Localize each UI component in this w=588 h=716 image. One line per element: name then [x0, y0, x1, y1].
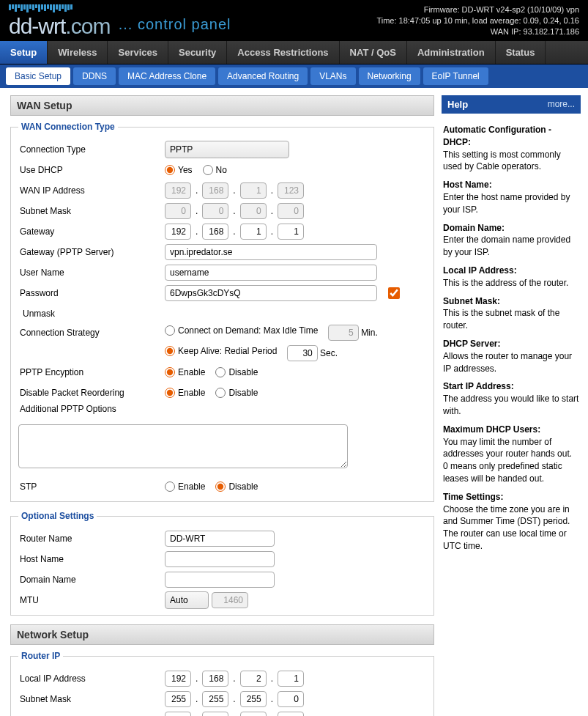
- keep-alive-radio[interactable]: [165, 346, 175, 356]
- subtab-vlans[interactable]: VLANs: [310, 67, 355, 85]
- additional-pptp-label: Additional PPTP Options: [18, 404, 165, 414]
- network-setup-header: Network Setup: [10, 624, 434, 645]
- help-item-title: Maximum DHCP Users:: [443, 424, 579, 436]
- unmask-checkbox[interactable]: [388, 287, 400, 299]
- subnet-label: Subnet Mask: [18, 206, 165, 216]
- host-name-input[interactable]: [165, 551, 275, 567]
- disable-reorder-label: Disable Packet Reordering: [18, 388, 165, 398]
- subnet-1: [165, 203, 191, 219]
- wan-connection-legend: WAN Connection Type: [18, 122, 118, 132]
- subtab-eoip[interactable]: EoIP Tunnel: [423, 67, 488, 85]
- sub-tabs: Basic Setup DDNS MAC Address Clone Advan…: [0, 64, 588, 88]
- reorder-enable-radio[interactable]: [165, 388, 175, 398]
- idle-time-input: [328, 325, 359, 341]
- connection-type-label: Connection Type: [18, 144, 165, 155]
- gateway-label: Gateway: [18, 226, 165, 237]
- router-ip-legend: Router IP: [18, 651, 63, 661]
- password-label: Password: [18, 288, 165, 298]
- subtab-ddns[interactable]: DDNS: [73, 67, 116, 85]
- wanip-line: WAN IP: 93.182.171.186: [376, 26, 579, 37]
- pptp-enc-disable-radio[interactable]: [215, 367, 226, 377]
- subnet2-2[interactable]: [202, 691, 228, 707]
- unmask-label: Unmask: [18, 309, 165, 319]
- wan-ip-label: WAN IP Address: [18, 185, 165, 196]
- control-panel-label: ... control panel: [119, 16, 231, 32]
- connection-type-select[interactable]: PPTP: [165, 141, 289, 158]
- help-item-title: Automatic Configuration - DHCP:: [443, 124, 579, 149]
- domain-name-input[interactable]: [165, 572, 275, 588]
- password-input[interactable]: [165, 285, 377, 301]
- help-item-desc: Enter the domain name provided by your I…: [443, 234, 579, 259]
- main-tabs: Setup Wireless Services Security Access …: [0, 41, 588, 64]
- subtab-advanced-routing[interactable]: Advanced Routing: [218, 67, 308, 85]
- tab-status[interactable]: Status: [496, 41, 546, 64]
- wan-ip-2: [202, 182, 228, 199]
- subtab-basic-setup[interactable]: Basic Setup: [6, 67, 70, 85]
- subnet-3: [240, 203, 267, 219]
- tab-administration[interactable]: Administration: [407, 41, 496, 64]
- gateway-4[interactable]: [278, 224, 304, 240]
- subnet2-label: Subnet Mask: [18, 694, 165, 704]
- tab-services[interactable]: Services: [108, 41, 168, 64]
- use-dhcp-no-radio[interactable]: [203, 165, 213, 175]
- host-name-label: Host Name: [18, 554, 165, 564]
- local-ip-4[interactable]: [278, 671, 304, 687]
- tab-access-restrictions[interactable]: Access Restrictions: [227, 41, 339, 64]
- local-ip-2[interactable]: [202, 671, 228, 687]
- username-input[interactable]: [165, 265, 377, 281]
- gateway2-4[interactable]: [278, 712, 304, 716]
- conn-strategy-label: Connection Strategy: [18, 325, 165, 338]
- wan-setup-header: WAN Setup: [10, 95, 434, 116]
- stp-disable-radio[interactable]: [215, 481, 226, 492]
- connect-on-demand-radio[interactable]: [165, 325, 175, 336]
- help-item-desc: This is the subnet mask of the router.: [443, 307, 579, 332]
- tab-setup[interactable]: Setup: [0, 41, 48, 64]
- gateway-2[interactable]: [202, 224, 228, 240]
- additional-pptp-textarea[interactable]: [18, 424, 348, 468]
- help-more-link[interactable]: more...: [548, 99, 575, 110]
- gateway2-1[interactable]: [165, 712, 191, 716]
- use-dhcp-yes-radio[interactable]: [165, 165, 175, 175]
- use-dhcp-label: Use DHCP: [18, 165, 165, 175]
- help-item-desc: Choose the time zone you are in and Summ…: [443, 503, 579, 553]
- mtu-label: MTU: [18, 595, 165, 605]
- router-ip-fieldset: Router IP Local IP Address . . . Subnet …: [10, 651, 434, 716]
- help-item-title: Time Settings:: [443, 491, 579, 503]
- gateway-1[interactable]: [165, 224, 191, 240]
- help-item-title: DHCP Server:: [443, 338, 579, 350]
- stp-enable-radio[interactable]: [165, 481, 175, 492]
- redial-period-input[interactable]: [287, 345, 318, 361]
- optional-settings-legend: Optional Settings: [18, 511, 97, 521]
- local-ip-label: Local IP Address: [18, 673, 165, 684]
- subnet2-1[interactable]: [165, 691, 191, 707]
- tab-security[interactable]: Security: [168, 41, 227, 64]
- tab-nat-qos[interactable]: NAT / QoS: [340, 41, 407, 64]
- wan-connection-fieldset: WAN Connection Type Connection Type PPTP…: [10, 122, 434, 502]
- local-ip-1[interactable]: [165, 671, 191, 687]
- help-item-title: Host Name:: [443, 179, 579, 191]
- local-ip-3[interactable]: [240, 671, 267, 687]
- gateway-3[interactable]: [240, 224, 267, 240]
- wan-ip-1: [165, 182, 191, 199]
- wan-ip-3: [240, 182, 267, 199]
- mtu-mode-select[interactable]: Auto: [165, 591, 209, 609]
- subnet2-4[interactable]: [278, 691, 304, 707]
- pptp-enc-enable-radio[interactable]: [165, 367, 175, 377]
- subnet2-3[interactable]: [240, 691, 267, 707]
- domain-name-label: Domain Name: [18, 575, 165, 585]
- gateway2-3[interactable]: [240, 712, 267, 716]
- reorder-disable-radio[interactable]: [215, 388, 226, 398]
- tab-wireless[interactable]: Wireless: [48, 41, 108, 64]
- help-header: Help more...: [442, 95, 581, 114]
- help-item-desc: You may limit the number of addresses yo…: [443, 436, 579, 485]
- subnet-4: [278, 203, 304, 219]
- help-item-desc: This setting is most commonly used by Ca…: [443, 149, 579, 174]
- subtab-mac-clone[interactable]: MAC Address Clone: [119, 67, 215, 85]
- stp-label: STP: [18, 481, 165, 492]
- header: dd-wrt.com ... control panel Firmware: D…: [0, 0, 588, 41]
- help-item-title: Subnet Mask:: [443, 295, 579, 308]
- pptp-server-input[interactable]: [165, 244, 377, 260]
- router-name-input[interactable]: [165, 531, 275, 547]
- subtab-networking[interactable]: Networking: [359, 67, 420, 85]
- gateway2-2[interactable]: [202, 712, 228, 716]
